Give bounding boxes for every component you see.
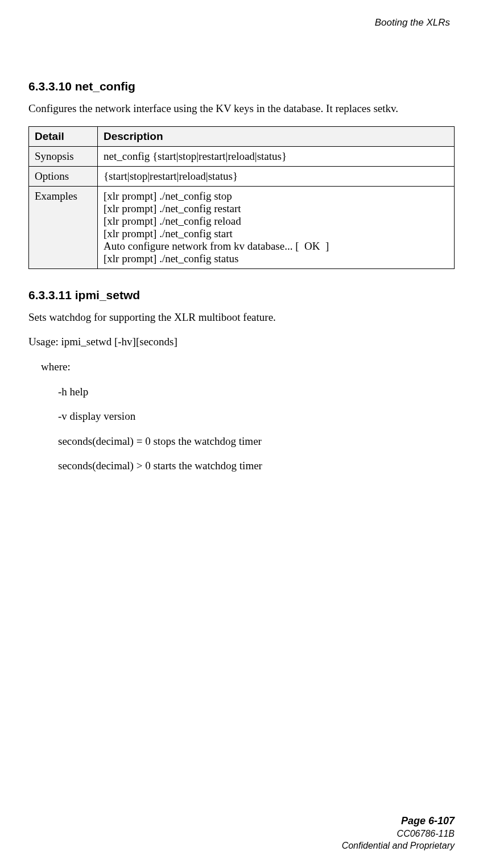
cell-value: {start|stop|restart|reload|status} [98, 166, 455, 186]
intro-net-config: Configures the network interface using t… [28, 101, 455, 116]
intro-ipmi: Sets watchdog for supporting the XLR mul… [28, 310, 455, 325]
section-title: ipmi_setwd [75, 288, 140, 301]
page-number: Page 6-107 [342, 814, 455, 828]
heading-ipmi-setwd: 6.3.3.11 ipmi_setwd [28, 288, 455, 302]
col-description: Description [98, 126, 455, 146]
cell-label: Examples [29, 186, 98, 268]
table-header-row: Detail Description [29, 126, 455, 146]
net-config-table: Detail Description Synopsis net_config {… [28, 126, 455, 269]
table-row: Options {start|stop|restart|reload|statu… [29, 166, 455, 186]
where-label: where: [41, 359, 455, 374]
examples-block: [xlr prompt] ./net_config stop [xlr prom… [104, 190, 448, 265]
page-content: Booting the XLRs 6.3.3.10 net_config Con… [0, 0, 483, 473]
opt-line: seconds(decimal) > 0 starts the watchdog… [58, 458, 455, 473]
cell-label: Options [29, 166, 98, 186]
heading-net-config: 6.3.3.10 net_config [28, 80, 455, 93]
cell-value: net_config {start|stop|restart|reload|st… [98, 146, 455, 166]
section-title: net_config [75, 80, 135, 93]
cell-value: [xlr prompt] ./net_config stop [xlr prom… [98, 186, 455, 268]
running-header: Booting the XLRs [28, 17, 450, 28]
page-footer: Page 6-107 CC06786-11B Confidential and … [342, 814, 455, 852]
section-number: 6.3.3.10 [28, 80, 72, 93]
opt-line: seconds(decimal) = 0 stops the watchdog … [58, 434, 455, 449]
cell-label: Synopsis [29, 146, 98, 166]
table-row: Synopsis net_config {start|stop|restart|… [29, 146, 455, 166]
doc-id: CC06786-11B [342, 828, 455, 840]
section-number: 6.3.3.11 [28, 288, 72, 301]
opt-line: -v display version [58, 409, 455, 424]
usage-line: Usage: ipmi_setwd [-hv][seconds] [28, 334, 455, 349]
confidentiality: Confidential and Proprietary [342, 840, 455, 852]
table-row: Examples [xlr prompt] ./net_config stop … [29, 186, 455, 268]
opt-line: -h help [58, 385, 455, 399]
col-detail: Detail [29, 126, 98, 146]
